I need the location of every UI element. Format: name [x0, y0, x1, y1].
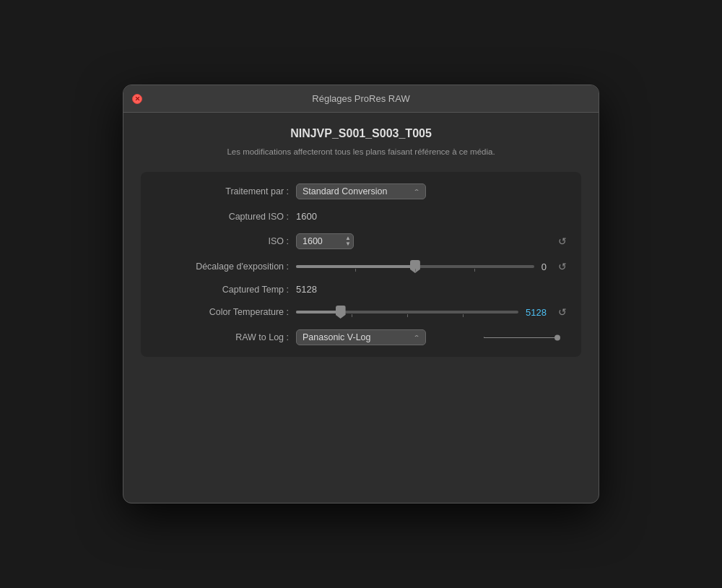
raw-log-select-wrapper[interactable]: Panasonic V-Log	[296, 329, 426, 345]
color-temp-value: 5128	[526, 307, 547, 318]
exposition-track-fill	[296, 265, 415, 268]
file-name: NINJVP_S001_S003_T005	[141, 127, 581, 140]
color-temp-slider-track[interactable]	[296, 311, 518, 314]
subtitle-text: Les modifications affecteront tous les p…	[141, 146, 581, 157]
raw-log-label: RAW to Log :	[155, 332, 289, 342]
callout-line	[484, 337, 484, 338]
color-temp-reset-button[interactable]: ↺	[558, 306, 567, 318]
color-temp-slider-thumb[interactable]	[336, 306, 346, 319]
title-bar: Réglages ProRes RAW	[123, 85, 599, 113]
exposition-row: Décalage d'exposition : 0 ↺	[155, 261, 567, 272]
traitement-label: Traitement par :	[155, 186, 289, 196]
exposition-label: Décalage d'exposition :	[155, 261, 289, 272]
raw-log-row: RAW to Log : Panasonic V-Log	[155, 329, 567, 345]
iso-down-arrow[interactable]: ▼	[345, 241, 351, 247]
tick-1	[355, 269, 356, 272]
settings-panel: Traitement par : Standard Conversion Cap…	[141, 172, 581, 357]
window-title: Réglages ProRes RAW	[312, 93, 409, 104]
captured-temp-row: Captured Temp : 5128	[155, 284, 567, 295]
content-area: NINJVP_S001_S003_T005 Les modifications …	[123, 113, 599, 379]
raw-log-select[interactable]: Panasonic V-Log	[296, 329, 426, 345]
exposition-slider-track[interactable]	[296, 265, 534, 268]
captured-temp-label: Captured Temp :	[155, 285, 289, 295]
callout-horizontal-line	[484, 337, 556, 338]
traitement-row: Traitement par : Standard Conversion	[155, 183, 567, 199]
iso-reset-button[interactable]: ↺	[558, 235, 567, 247]
ct-tick-2	[407, 314, 408, 317]
panel-wrapper: Traitement par : Standard Conversion Cap…	[141, 172, 581, 357]
color-temp-slider-container: 5128 ↺	[296, 306, 567, 318]
exposition-slider-container: 0 ↺	[296, 261, 567, 272]
exposition-reset-button[interactable]: ↺	[558, 261, 567, 272]
tick-3	[474, 269, 475, 272]
iso-stepper[interactable]: ▲ ▼	[296, 233, 354, 249]
close-button[interactable]	[132, 94, 142, 104]
captured-temp-value: 5128	[296, 284, 317, 295]
ct-tick-3	[463, 314, 464, 317]
captured-iso-row: Captured ISO : 1600	[155, 211, 567, 222]
iso-label: ISO :	[155, 236, 289, 246]
callout-dot	[554, 334, 560, 340]
tick-2	[415, 269, 416, 272]
callout-container	[484, 337, 484, 338]
traitement-select[interactable]: Standard Conversion	[296, 183, 426, 199]
color-temp-label: Color Temperature :	[155, 307, 289, 317]
ct-tick-1	[352, 314, 352, 317]
iso-arrows: ▲ ▼	[345, 235, 351, 247]
traitement-select-wrapper[interactable]: Standard Conversion	[296, 183, 426, 199]
color-temp-track-fill	[296, 311, 341, 314]
captured-iso-label: Captured ISO :	[155, 212, 289, 222]
captured-iso-value: 1600	[296, 211, 317, 222]
color-temp-row: Color Temperature : 5128 ↺	[155, 306, 567, 318]
iso-row: ISO : ▲ ▼ ↺	[155, 233, 567, 249]
exposition-value: 0	[542, 261, 547, 272]
main-window: Réglages ProRes RAW NINJVP_S001_S003_T00…	[123, 85, 599, 503]
